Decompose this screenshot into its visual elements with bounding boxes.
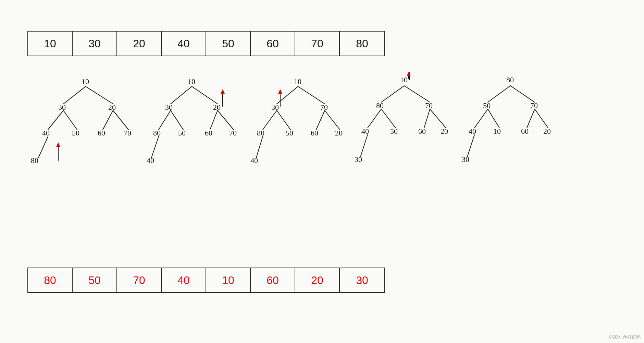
svg-line-15 (151, 137, 159, 158)
t5-n50: 50 (483, 101, 491, 110)
top-cell-0: 10 (28, 32, 73, 56)
svg-line-40 (474, 109, 488, 128)
t1-n50: 50 (72, 129, 79, 137)
t2-n20: 20 (213, 103, 221, 111)
svg-line-33 (360, 135, 368, 157)
t4-n80: 80 (376, 101, 384, 110)
svg-line-13 (210, 110, 218, 130)
top-cell-5: 60 (251, 32, 295, 56)
svg-marker-17 (221, 89, 225, 94)
t2-n40: 40 (147, 156, 154, 165)
t4-n30: 30 (355, 155, 362, 164)
svg-line-38 (488, 86, 510, 102)
t4-n50: 50 (390, 127, 398, 135)
trees-diagram: text { font-family: 'Segoe UI', cursive;… (0, 72, 644, 254)
t1-root: 10 (82, 77, 89, 86)
bot-cell-4: 10 (206, 268, 251, 292)
svg-line-0 (63, 86, 86, 104)
bottom-array: 80 50 70 40 10 60 20 30 (27, 268, 385, 293)
t1-n40: 40 (42, 129, 50, 137)
svg-line-22 (316, 110, 325, 130)
svg-marker-37 (407, 72, 411, 76)
t5-n20: 20 (543, 127, 551, 135)
svg-line-5 (113, 110, 128, 130)
t2-n30: 30 (165, 103, 173, 111)
t2-root: 10 (188, 77, 195, 86)
t2-n80: 80 (153, 129, 161, 137)
svg-line-11 (159, 110, 171, 130)
svg-line-20 (263, 110, 277, 130)
t2-n70: 70 (229, 129, 237, 137)
t3-n70: 70 (320, 103, 328, 111)
svg-line-41 (488, 109, 499, 128)
t5-root: 80 (506, 75, 514, 84)
svg-line-12 (171, 110, 183, 130)
svg-line-30 (381, 109, 396, 128)
top-cell-6: 70 (295, 32, 340, 56)
svg-line-6 (38, 137, 48, 158)
bot-cell-7: 30 (340, 268, 384, 292)
t3-root: 10 (294, 77, 301, 86)
watermark: CSDN @好好码 (609, 334, 641, 340)
svg-line-4 (103, 110, 113, 130)
t5-n60: 60 (521, 127, 529, 135)
t3-n40: 40 (250, 156, 258, 165)
bot-cell-6: 20 (295, 268, 340, 292)
top-cell-3: 40 (162, 32, 206, 56)
svg-line-9 (171, 86, 192, 104)
svg-line-2 (48, 110, 63, 130)
top-cell-4: 50 (206, 32, 251, 56)
t1-n20: 20 (108, 103, 116, 111)
t3-n60: 60 (311, 129, 318, 137)
svg-line-23 (325, 110, 340, 130)
t5-n70: 70 (530, 101, 538, 110)
svg-line-31 (424, 109, 430, 128)
bot-cell-0: 80 (28, 268, 73, 292)
svg-line-10 (192, 86, 218, 104)
t3-n30: 30 (271, 103, 279, 111)
svg-line-43 (535, 109, 548, 128)
t3-n20: 20 (335, 129, 343, 137)
svg-line-19 (298, 86, 325, 104)
svg-line-1 (86, 86, 113, 104)
t5-n10: 10 (493, 127, 501, 135)
svg-line-3 (63, 110, 77, 130)
top-cell-7: 80 (340, 32, 384, 56)
t4-n40: 40 (361, 127, 369, 135)
t5-n40: 40 (469, 127, 476, 135)
t2-n50: 50 (178, 129, 186, 137)
svg-line-24 (256, 137, 263, 158)
svg-line-32 (430, 109, 446, 128)
svg-line-39 (510, 86, 535, 102)
svg-line-28 (404, 86, 430, 102)
svg-line-44 (467, 135, 474, 157)
t4-n70: 70 (425, 101, 433, 110)
t3-n80: 80 (257, 129, 264, 137)
svg-line-21 (277, 110, 290, 130)
svg-marker-26 (278, 89, 282, 94)
t3-n50: 50 (286, 129, 293, 137)
top-cell-1: 30 (73, 32, 117, 56)
t1-n30: 30 (58, 103, 66, 111)
svg-line-27 (381, 86, 404, 102)
svg-line-14 (218, 110, 234, 130)
top-cell-2: 20 (117, 32, 162, 56)
t4-root: 10 (400, 75, 408, 84)
t4-n60: 60 (418, 127, 426, 135)
t1-n60: 60 (98, 129, 105, 137)
svg-line-42 (527, 109, 535, 128)
bot-cell-3: 40 (162, 268, 206, 292)
bot-cell-2: 70 (117, 268, 162, 292)
top-array: 10 30 20 40 50 60 70 80 (27, 31, 385, 56)
t1-n70: 70 (124, 129, 131, 137)
t4-n20: 20 (441, 127, 448, 135)
bot-cell-1: 50 (73, 268, 117, 292)
svg-line-29 (368, 109, 381, 128)
t5-n30: 30 (462, 155, 469, 164)
t1-n80: 80 (31, 156, 38, 165)
svg-marker-8 (56, 142, 60, 147)
t2-n60: 60 (205, 129, 212, 137)
main-container: 10 30 20 40 50 60 70 80 text { font-fami… (0, 0, 644, 343)
bot-cell-5: 60 (251, 268, 295, 292)
